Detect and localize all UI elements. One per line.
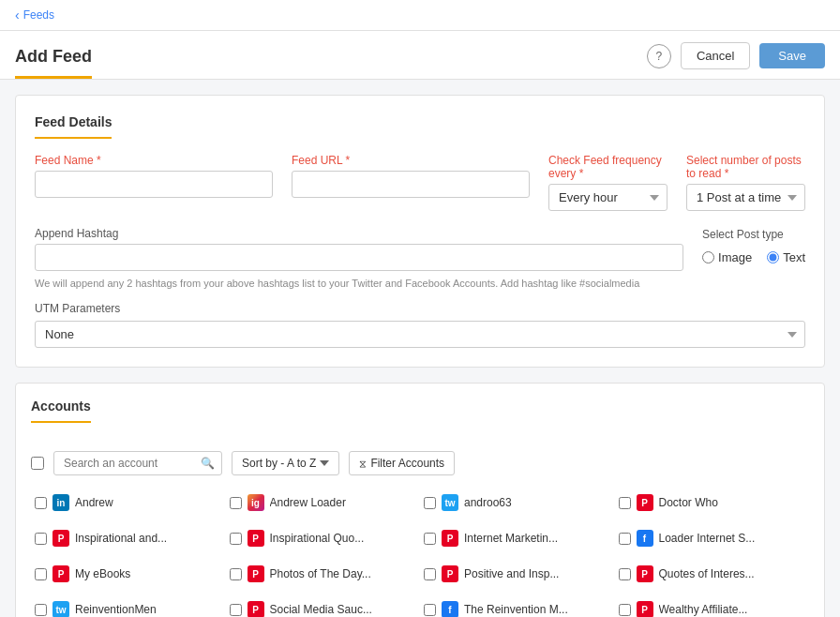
text-radio-label[interactable]: Text bbox=[767, 250, 805, 264]
utm-label: UTM Parameters bbox=[35, 302, 805, 315]
select-all-checkbox[interactable] bbox=[31, 457, 44, 470]
account-checkbox[interactable] bbox=[424, 533, 436, 545]
chevron-down-icon bbox=[320, 460, 329, 466]
account-name: Loader Internet S... bbox=[659, 532, 756, 545]
frequency-select[interactable]: Every hour Every 2 hours Every 6 hours E… bbox=[548, 184, 668, 211]
search-input[interactable] bbox=[53, 451, 222, 475]
feed-url-label: Feed URL * bbox=[292, 154, 530, 167]
account-item[interactable]: igAndrew Loader bbox=[226, 489, 421, 517]
account-item[interactable]: PPositive and Insp... bbox=[420, 560, 615, 588]
filter-icon: ⧖ bbox=[359, 458, 367, 470]
facebook-icon: f bbox=[637, 530, 653, 547]
pinterest-icon: P bbox=[637, 601, 653, 617]
account-item[interactable]: PInspirational and... bbox=[31, 524, 226, 552]
pinterest-icon: P bbox=[637, 494, 653, 511]
accounts-card: Accounts 🔍 Sort by - A to Z ⧖ Filter Acc… bbox=[15, 383, 825, 617]
account-checkbox[interactable] bbox=[424, 568, 436, 580]
feed-name-label: Feed Name * bbox=[35, 154, 273, 167]
num-posts-select[interactable]: 1 Post at a time 2 Posts at a time 5 Pos… bbox=[686, 184, 805, 211]
save-button[interactable]: Save bbox=[759, 43, 825, 68]
account-name: Photos of The Day... bbox=[270, 567, 371, 580]
account-item[interactable]: fThe Reinvention M... bbox=[420, 595, 615, 617]
accounts-section-title: Accounts bbox=[31, 399, 91, 423]
pinterest-icon: P bbox=[248, 565, 264, 582]
account-checkbox[interactable] bbox=[619, 497, 631, 509]
feed-details-section-title: Feed Details bbox=[35, 114, 112, 139]
linkedin-icon: in bbox=[52, 494, 69, 511]
sort-label: Sort by - A to Z bbox=[242, 457, 316, 470]
account-item[interactable]: inAndrew bbox=[31, 489, 226, 517]
hashtag-hint: We will append any 2 hashtags from your … bbox=[35, 277, 805, 291]
page-title: Add Feed bbox=[15, 47, 92, 79]
feed-details-card: Feed Details Feed Name * Feed URL * Chec… bbox=[15, 95, 825, 368]
account-name: Internet Marketin... bbox=[464, 532, 558, 545]
instagram-icon: ig bbox=[248, 494, 264, 511]
account-checkbox[interactable] bbox=[619, 568, 631, 580]
feed-name-group: Feed Name * bbox=[35, 154, 273, 211]
account-item[interactable]: PMy eBooks bbox=[31, 560, 226, 588]
search-icon: 🔍 bbox=[201, 457, 215, 470]
account-checkbox[interactable] bbox=[619, 533, 631, 545]
help-button[interactable]: ? bbox=[647, 44, 671, 68]
account-checkbox[interactable] bbox=[35, 533, 47, 545]
account-checkbox[interactable] bbox=[35, 604, 47, 616]
account-name: Wealthy Affiliate... bbox=[659, 603, 748, 616]
post-type-label: Select Post type bbox=[702, 228, 805, 241]
pinterest-icon: P bbox=[442, 565, 458, 582]
account-item[interactable]: PWealthy Affiliate... bbox=[615, 595, 810, 617]
pinterest-icon: P bbox=[52, 530, 69, 547]
account-name: Andrew Loader bbox=[270, 496, 346, 509]
text-radio[interactable] bbox=[767, 251, 779, 263]
twitter-icon: tw bbox=[52, 601, 69, 617]
twitter-icon: tw bbox=[442, 494, 458, 511]
account-item[interactable]: PPhotos of The Day... bbox=[226, 560, 421, 588]
accounts-toolbar: 🔍 Sort by - A to Z ⧖ Filter Accounts bbox=[31, 451, 809, 475]
account-checkbox[interactable] bbox=[619, 604, 631, 616]
back-nav-link[interactable]: Feeds bbox=[15, 8, 54, 23]
accounts-grid: inAndrewigAndrew Loadertwandroo63PDoctor… bbox=[31, 489, 809, 617]
account-item[interactable]: PInspirational Quo... bbox=[226, 524, 421, 552]
account-item[interactable]: twandroo63 bbox=[420, 489, 615, 517]
sort-button[interactable]: Sort by - A to Z bbox=[232, 451, 339, 475]
pinterest-icon: P bbox=[248, 530, 264, 547]
account-item[interactable]: twReinventionMen bbox=[31, 595, 226, 617]
account-name: The Reinvention M... bbox=[464, 603, 568, 616]
account-name: Inspirational and... bbox=[75, 532, 167, 545]
num-posts-group: Select number of posts to read * 1 Post … bbox=[686, 154, 805, 211]
search-wrap: 🔍 bbox=[53, 451, 222, 475]
feed-url-input[interactable] bbox=[292, 171, 530, 198]
num-posts-label: Select number of posts to read * bbox=[686, 154, 805, 180]
image-radio-label[interactable]: Image bbox=[702, 250, 752, 264]
account-name: Quotes of Interes... bbox=[659, 567, 755, 580]
account-name: Andrew bbox=[75, 496, 113, 509]
account-name: Doctor Who bbox=[659, 496, 718, 509]
account-checkbox[interactable] bbox=[230, 497, 242, 509]
frequency-group: Check Feed frequency every * Every hour … bbox=[548, 154, 668, 211]
account-item[interactable]: fLoader Internet S... bbox=[615, 524, 810, 552]
feed-name-input[interactable] bbox=[35, 171, 273, 198]
pinterest-icon: P bbox=[248, 601, 264, 617]
pinterest-icon: P bbox=[442, 530, 458, 547]
append-hashtag-input[interactable] bbox=[35, 244, 683, 271]
account-checkbox[interactable] bbox=[35, 568, 47, 580]
account-name: Social Media Sauc... bbox=[270, 603, 372, 616]
image-radio[interactable] bbox=[702, 251, 714, 263]
account-item[interactable]: PInternet Marketin... bbox=[420, 524, 615, 552]
filter-button[interactable]: ⧖ Filter Accounts bbox=[349, 451, 455, 475]
account-name: My eBooks bbox=[75, 567, 130, 580]
account-checkbox[interactable] bbox=[230, 604, 242, 616]
account-checkbox[interactable] bbox=[35, 497, 47, 509]
account-checkbox[interactable] bbox=[424, 497, 436, 509]
account-checkbox[interactable] bbox=[230, 568, 242, 580]
filter-label: Filter Accounts bbox=[370, 457, 444, 470]
utm-select[interactable]: None Default Custom bbox=[35, 321, 805, 348]
facebook-icon: f bbox=[442, 601, 458, 617]
account-item[interactable]: PQuotes of Interes... bbox=[615, 560, 810, 588]
account-checkbox[interactable] bbox=[424, 604, 436, 616]
account-item[interactable]: PSocial Media Sauc... bbox=[226, 595, 421, 617]
pinterest-icon: P bbox=[637, 565, 653, 582]
account-name: Inspirational Quo... bbox=[270, 532, 365, 545]
account-item[interactable]: PDoctor Who bbox=[615, 489, 810, 517]
cancel-button[interactable]: Cancel bbox=[681, 42, 750, 69]
account-checkbox[interactable] bbox=[230, 533, 242, 545]
